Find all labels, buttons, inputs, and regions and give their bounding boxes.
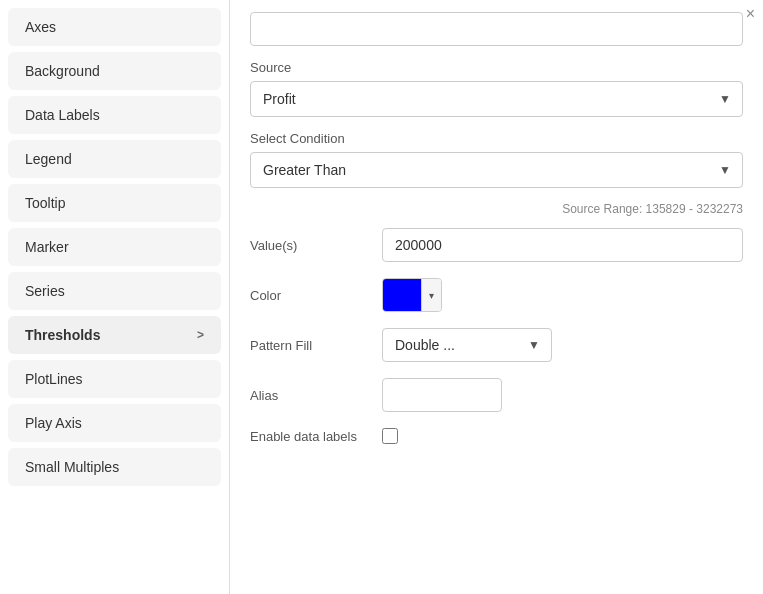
sidebar-item-chevron-thresholds: > [197,328,204,342]
sidebar-item-label-tooltip: Tooltip [25,195,65,211]
enable-data-labels-checkbox[interactable] [382,428,398,444]
close-button[interactable]: × [746,6,755,22]
sidebar-item-axes[interactable]: Axes [8,8,221,46]
value-label: Value(s) [250,238,370,253]
color-picker[interactable]: ▾ [382,278,442,312]
sidebar-item-plotlines[interactable]: PlotLines [8,360,221,398]
sidebar-item-label-background: Background [25,63,100,79]
sidebar-item-marker[interactable]: Marker [8,228,221,266]
sidebar-item-small-multiples[interactable]: Small Multiples [8,448,221,486]
main-content: × Source ProfitSalesRevenueCost ▼ Select… [230,0,763,594]
source-label: Source [250,60,743,75]
sidebar-item-label-thresholds: Thresholds [25,327,100,343]
source-select-wrapper: ProfitSalesRevenueCost ▼ [250,81,743,117]
condition-select[interactable]: Greater ThanLess ThanEqual ToBetween [250,152,743,188]
sidebar-item-data-labels[interactable]: Data Labels [8,96,221,134]
sidebar-item-label-small-multiples: Small Multiples [25,459,119,475]
pattern-select[interactable]: Double ...SingleNoneHatched [382,328,552,362]
sidebar-item-series[interactable]: Series [8,272,221,310]
pattern-row: Pattern Fill Double ...SingleNoneHatched… [250,328,743,362]
sidebar-item-label-data-labels: Data Labels [25,107,100,123]
sidebar: AxesBackgroundData LabelsLegendTooltipMa… [0,0,230,594]
alias-control [382,378,743,412]
source-select[interactable]: ProfitSalesRevenueCost [250,81,743,117]
pattern-control: Double ...SingleNoneHatched ▼ [382,328,743,362]
sidebar-item-label-legend: Legend [25,151,72,167]
sidebar-item-label-play-axis: Play Axis [25,415,82,431]
sidebar-item-label-plotlines: PlotLines [25,371,83,387]
threshold-name-input[interactable] [250,12,743,46]
sidebar-item-play-axis[interactable]: Play Axis [8,404,221,442]
sidebar-item-label-marker: Marker [25,239,69,255]
source-range-text: Source Range: 135829 - 3232273 [250,202,743,216]
color-row: Color ▾ [250,278,743,312]
condition-group: Select Condition Greater ThanLess ThanEq… [250,131,743,188]
condition-label: Select Condition [250,131,743,146]
value-row: Value(s) [250,228,743,262]
source-group: Source ProfitSalesRevenueCost ▼ [250,60,743,117]
pattern-label: Pattern Fill [250,338,370,353]
alias-row: Alias [250,378,743,412]
color-control: ▾ [382,278,743,312]
value-input[interactable] [382,228,743,262]
enable-data-labels-label: Enable data labels [250,429,370,444]
condition-select-wrapper: Greater ThanLess ThanEqual ToBetween ▼ [250,152,743,188]
color-label: Color [250,288,370,303]
enable-data-labels-row: Enable data labels [250,428,743,444]
sidebar-item-thresholds[interactable]: Thresholds> [8,316,221,354]
color-dropdown-button[interactable]: ▾ [421,279,441,311]
sidebar-item-tooltip[interactable]: Tooltip [8,184,221,222]
alias-label: Alias [250,388,370,403]
value-control [382,228,743,262]
sidebar-item-label-axes: Axes [25,19,56,35]
color-swatch[interactable] [383,279,421,311]
sidebar-item-label-series: Series [25,283,65,299]
pattern-select-wrapper: Double ...SingleNoneHatched ▼ [382,328,552,362]
sidebar-item-background[interactable]: Background [8,52,221,90]
sidebar-item-legend[interactable]: Legend [8,140,221,178]
alias-input[interactable] [382,378,502,412]
